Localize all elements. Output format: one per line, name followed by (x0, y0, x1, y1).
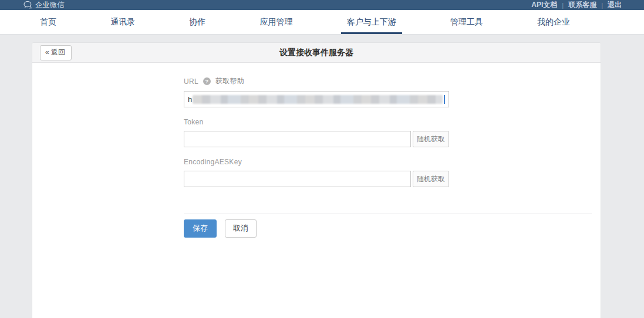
active-tab-underline (341, 32, 402, 34)
aeskey-form-group: EncodingAESKey 随机获取 (184, 158, 601, 187)
url-label: URL (184, 77, 198, 86)
tab-label: 客户与上下游 (347, 17, 396, 28)
url-form-group: URL ? 获取帮助 h (184, 76, 601, 107)
action-row: 保存 取消 (184, 219, 601, 238)
panel-header: « 返回 设置接收事件服务器 (32, 43, 601, 63)
help-icon[interactable]: ? (203, 77, 211, 85)
text-cursor (444, 95, 445, 104)
tab-home[interactable]: 首页 (36, 10, 60, 34)
separator: | (601, 2, 603, 9)
tab-my-company[interactable]: 我的企业 (534, 10, 574, 34)
topbar-links: API文档 | 联系客服 | 退出 (531, 0, 622, 10)
url-value-prefix: h (188, 95, 192, 104)
settings-panel: « 返回 设置接收事件服务器 URL ? 获取帮助 h (32, 43, 601, 318)
token-random-button[interactable]: 随机获取 (413, 131, 449, 147)
back-button[interactable]: « 返回 (40, 45, 72, 60)
page-title: 设置接收事件服务器 (32, 48, 601, 58)
aeskey-label: EncodingAESKey (184, 158, 242, 166)
divider (184, 214, 592, 214)
tab-management-tools[interactable]: 管理工具 (447, 10, 487, 34)
tab-customers-upstream-downstream[interactable]: 客户与上下游 (343, 10, 400, 34)
tab-contacts[interactable]: 通讯录 (107, 10, 139, 34)
token-field[interactable] (184, 131, 411, 147)
token-form-group: Token 随机获取 (184, 118, 601, 147)
save-button[interactable]: 保存 (184, 219, 217, 238)
logout-link[interactable]: 退出 (608, 0, 622, 10)
main-nav: 首页 通讯录 协作 应用管理 客户与上下游 管理工具 我的企业 (0, 10, 644, 35)
contact-support-link[interactable]: 联系客服 (568, 0, 596, 10)
url-field[interactable]: h (184, 91, 449, 107)
aeskey-field[interactable] (184, 171, 411, 187)
panel-body: URL ? 获取帮助 h Token (32, 63, 601, 238)
wechat-work-logo-icon (23, 1, 32, 9)
page: « 返回 设置接收事件服务器 URL ? 获取帮助 h (0, 35, 644, 318)
brand: 企业微信 (23, 0, 65, 10)
redacted-url-value (193, 95, 443, 104)
cancel-button[interactable]: 取消 (225, 219, 257, 238)
get-help-link[interactable]: 获取帮助 (215, 76, 244, 86)
brand-name: 企业微信 (35, 0, 65, 10)
token-label: Token (184, 118, 204, 126)
api-docs-link[interactable]: API文档 (531, 0, 557, 10)
topbar: 企业微信 API文档 | 联系客服 | 退出 (0, 0, 644, 10)
aeskey-random-button[interactable]: 随机获取 (413, 171, 449, 187)
separator: | (562, 2, 564, 9)
tab-collaboration[interactable]: 协作 (186, 10, 209, 34)
tab-app-management[interactable]: 应用管理 (256, 10, 296, 34)
